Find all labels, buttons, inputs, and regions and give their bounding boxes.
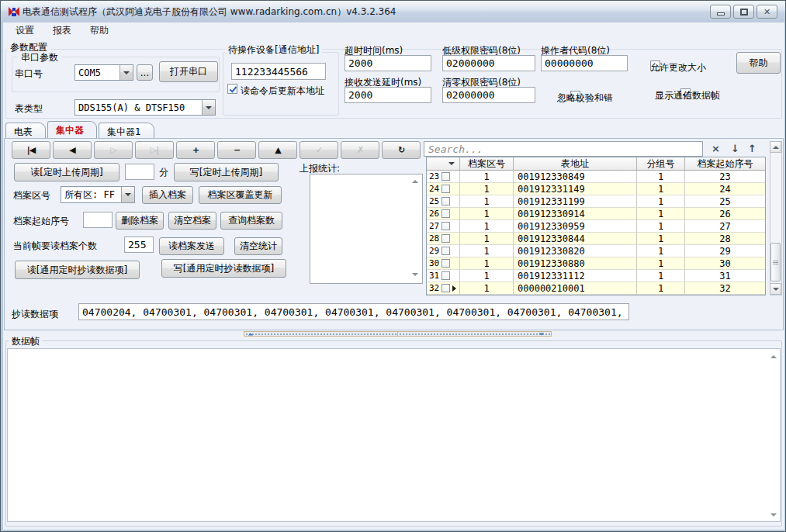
scroll-up-icon[interactable]: [410, 176, 421, 187]
table-row[interactable]: 261001912330914126: [427, 208, 765, 220]
row-checkbox[interactable]: [441, 209, 450, 218]
cell-group: 1: [637, 208, 685, 220]
items-field[interactable]: 04700204, 04700301, 04700301, 04700301, …: [78, 303, 629, 320]
chevron-down-icon[interactable]: [119, 65, 133, 80]
cell-start-seq: 29: [685, 245, 765, 257]
minimize-button[interactable]: [710, 5, 731, 19]
reset-password-field[interactable]: 02000000: [442, 87, 535, 103]
write-items-button[interactable]: 写[通用定时抄读数据项]: [161, 259, 286, 278]
scroll-down-icon[interactable]: [770, 283, 781, 295]
nav-edit-button[interactable]: ▲: [258, 141, 297, 159]
tab-集中器[interactable]: 集中器: [47, 121, 97, 139]
read-period-button[interactable]: 读[定时上传周期]: [14, 163, 119, 181]
meter-type-combobox[interactable]: DDS155(A) & DTSF150: [74, 99, 216, 116]
find-prev-icon[interactable]: ↑: [748, 143, 757, 154]
table-row[interactable]: 321000000210001132: [427, 282, 765, 295]
port-value: COM5: [75, 67, 119, 78]
chevron-down-icon[interactable]: [202, 100, 215, 115]
splitter-segment[interactable]: [398, 331, 552, 337]
frame-count-field[interactable]: 255: [124, 237, 154, 253]
cell-zone: 1: [460, 220, 514, 233]
low-password-field[interactable]: 02000000: [442, 55, 535, 71]
scroll-down-icon[interactable]: [410, 269, 421, 280]
clear-archive-button[interactable]: 清空档案: [168, 212, 216, 230]
write-period-button[interactable]: 写[定时上传周期]: [174, 163, 279, 181]
read-send-button[interactable]: 读档案发送: [159, 237, 224, 255]
menu-item[interactable]: 帮助: [82, 22, 116, 39]
column-header[interactable]: 表地址: [514, 157, 637, 170]
query-count-button[interactable]: 查询档案数: [220, 212, 282, 230]
table-row[interactable]: 231001912330849123: [427, 171, 765, 183]
nav-insert-button[interactable]: +: [176, 141, 215, 159]
column-header[interactable]: 档案起始序号: [685, 157, 765, 170]
row-checkbox[interactable]: [441, 197, 450, 206]
start-seq-field[interactable]: [83, 212, 113, 228]
menu-item[interactable]: 报表: [45, 22, 79, 39]
period-field[interactable]: [125, 164, 154, 180]
column-header[interactable]: 分组号: [637, 157, 685, 170]
row-checkbox[interactable]: [441, 271, 450, 280]
dataframe-textarea[interactable]: [7, 348, 781, 522]
chevron-down-icon[interactable]: [121, 187, 134, 202]
table-header-row: 档案区号 表地址 分组号 档案起始序号: [427, 157, 765, 171]
row-checkbox[interactable]: [441, 222, 450, 230]
table-row[interactable]: 251001912331199125: [427, 195, 765, 208]
delay-field[interactable]: 2000: [345, 87, 431, 103]
row-checkbox[interactable]: [441, 247, 450, 255]
table-row[interactable]: 291001912330820129: [427, 245, 765, 257]
maximize-icon: [740, 9, 748, 16]
row-checkbox[interactable]: [441, 284, 450, 292]
splitter-collapse-up-icon[interactable]: [248, 333, 253, 335]
maximize-button[interactable]: [733, 5, 754, 19]
insert-archive-button[interactable]: 插入档案: [142, 186, 193, 204]
port-combobox[interactable]: COM5: [74, 64, 133, 81]
table-row[interactable]: 281001912330844128: [427, 233, 765, 245]
horizontal-splitter[interactable]: [244, 331, 552, 337]
device-address-field[interactable]: 112233445566: [231, 63, 326, 80]
tab-电表[interactable]: 电表: [5, 123, 46, 139]
row-checkbox[interactable]: [441, 234, 450, 243]
nav-refresh-button[interactable]: ↻: [382, 141, 421, 159]
menu-item[interactable]: 设置: [8, 22, 42, 39]
delete-archive-button[interactable]: 删除档案: [116, 212, 164, 230]
find-next-icon[interactable]: ↓: [731, 143, 739, 154]
table-row[interactable]: 241001912331149124: [427, 183, 765, 195]
scroll-up-icon[interactable]: [768, 351, 779, 362]
help-button[interactable]: 帮助: [736, 52, 781, 74]
clear-search-icon[interactable]: ×: [712, 143, 720, 154]
update-address-checkbox[interactable]: [227, 84, 237, 94]
scroll-down-icon[interactable]: [768, 510, 779, 520]
splitter-segment[interactable]: [244, 331, 398, 337]
scroll-up-icon[interactable]: [770, 141, 781, 153]
grid-scrollbar-thumb[interactable]: [770, 243, 781, 282]
filter-header-cell[interactable]: [427, 157, 460, 170]
row-checkbox[interactable]: [441, 185, 450, 193]
row-checkbox[interactable]: [441, 172, 450, 181]
meter-type-label: 表类型: [15, 102, 43, 116]
row-checkbox[interactable]: [441, 259, 450, 268]
close-button[interactable]: ✕: [757, 5, 777, 19]
column-header[interactable]: 档案区号: [460, 157, 514, 170]
timeout-field[interactable]: 2000: [345, 55, 431, 71]
filter-dropdown-icon[interactable]: [448, 162, 455, 165]
splitter-collapse-down-icon[interactable]: [539, 333, 544, 335]
zone-combobox[interactable]: 所有区: FF: [61, 186, 135, 203]
table-row[interactable]: 311001912331112131: [427, 270, 765, 282]
open-port-button[interactable]: 打开串口: [159, 61, 218, 82]
overwrite-update-button[interactable]: 档案区覆盖更新: [199, 186, 282, 204]
table-row[interactable]: 271001912330959127: [427, 220, 765, 233]
meter-type-value: DDS155(A) & DTSF150: [75, 102, 202, 113]
nav-delete-button[interactable]: −: [217, 141, 256, 159]
table-row[interactable]: 301001912330880130: [427, 257, 765, 270]
search-input[interactable]: Search...: [424, 141, 703, 157]
cell-meter-address: 001912331199: [514, 195, 637, 208]
operator-code-field[interactable]: 00000000: [541, 55, 628, 71]
clear-stats-button[interactable]: 清空统计: [234, 237, 282, 255]
start-seq-label: 档案起始序号: [13, 215, 69, 228]
nav-first-button[interactable]: |◀: [12, 141, 50, 159]
tab-集中器1[interactable]: 集中器1: [99, 123, 154, 139]
read-items-button[interactable]: 读[通用定时抄读数据项]: [15, 261, 140, 279]
port-browse-button[interactable]: ...: [137, 64, 153, 81]
report-stats-listbox[interactable]: [310, 174, 423, 284]
nav-prior-button[interactable]: ◀: [53, 141, 92, 159]
